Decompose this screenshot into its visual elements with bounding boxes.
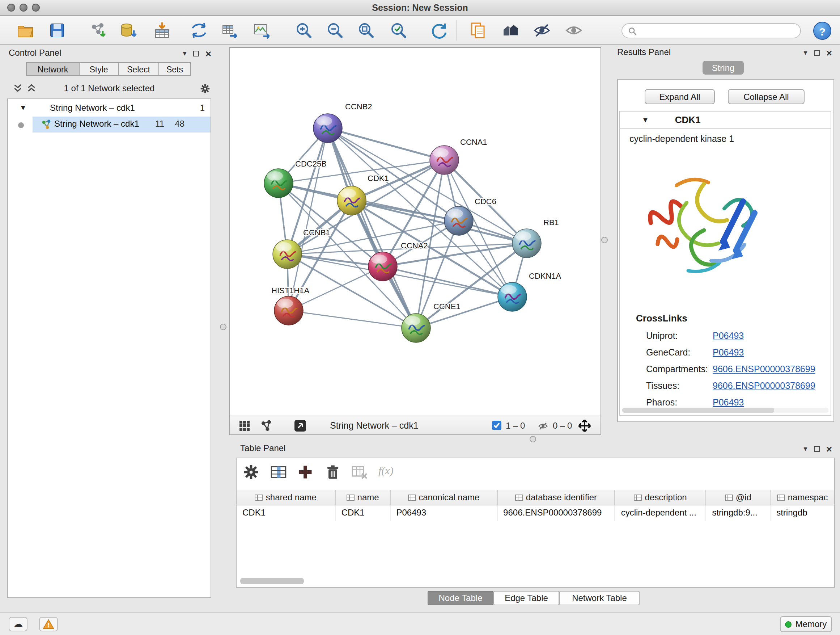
- delete-table-icon[interactable]: [351, 463, 368, 481]
- collapse-all-button[interactable]: Collapse All: [728, 89, 805, 104]
- search-input[interactable]: [640, 25, 800, 36]
- table-cell[interactable]: cyclin-dependent ...: [615, 505, 706, 521]
- help-button[interactable]: ?: [813, 22, 831, 40]
- open-in-new-window-icon[interactable]: [294, 419, 307, 432]
- results-panel-float-icon[interactable]: [814, 50, 820, 56]
- hidden-eye-slash-icon[interactable]: [537, 421, 549, 432]
- scrollbar-thumb[interactable]: [622, 408, 774, 413]
- network-node-ccna1[interactable]: CCNA1: [430, 138, 487, 174]
- crosslink-link[interactable]: P06493: [713, 347, 744, 357]
- open-session-button[interactable]: [16, 21, 35, 40]
- table-row[interactable]: CDK1 CDK1 P06493 9606.ENSP00000378699 cy…: [237, 505, 834, 521]
- splitter-grip-bottom[interactable]: [530, 436, 536, 442]
- memory-button[interactable]: Memory: [780, 616, 832, 632]
- table-cell[interactable]: 9606.ENSP00000378699: [497, 505, 615, 521]
- results-panel-close-icon[interactable]: ×: [826, 49, 832, 57]
- network-node-cdc6[interactable]: CDC6: [444, 197, 496, 235]
- status-bar: ☁ Memory: [0, 612, 840, 635]
- column-header[interactable]: shared name: [237, 490, 336, 505]
- network-icon[interactable]: [261, 420, 272, 432]
- table-panel-menu-icon[interactable]: ▾: [804, 445, 807, 453]
- table-cell[interactable]: CDK1: [336, 505, 391, 521]
- import-table-button[interactable]: [153, 21, 172, 40]
- network-row-highlight[interactable]: String Network – cdk1 11 48: [33, 117, 210, 133]
- table-import-icon: [153, 21, 172, 40]
- network-node-hist1h1a[interactable]: HIST1H1A: [271, 286, 309, 325]
- crosslink-link[interactable]: P06493: [713, 397, 744, 407]
- control-panel-float-icon[interactable]: [193, 51, 199, 57]
- splitter-grip-left[interactable]: [220, 324, 226, 330]
- results-tab-string[interactable]: String: [703, 61, 744, 74]
- splitter-grip-right[interactable]: [601, 237, 608, 243]
- crosslink-link[interactable]: 9606.ENSP00000378699: [713, 380, 815, 391]
- network-collection-row[interactable]: ▼ String Network – cdk1 1: [8, 101, 210, 117]
- crosslink-link[interactable]: P06493: [713, 331, 744, 340]
- delete-column-trash-icon[interactable]: [324, 463, 341, 481]
- copy-document-button[interactable]: [469, 21, 488, 40]
- disclosure-triangle-icon[interactable]: ▼: [19, 103, 27, 111]
- birds-eye-view-icon[interactable]: [239, 420, 250, 432]
- export-table-button[interactable]: [221, 21, 240, 40]
- cloud-status-button[interactable]: ☁: [9, 617, 27, 631]
- results-horizontal-scrollbar[interactable]: [622, 408, 829, 413]
- column-header[interactable]: canonical name: [390, 490, 497, 505]
- column-header-icon: [515, 494, 523, 501]
- tab-sets[interactable]: Sets: [158, 62, 191, 76]
- first-neighbors-button[interactable]: [501, 21, 520, 40]
- network-canvas[interactable]: CCNB2CCNA1CDC25BCDK1CDC6RB1CCNB1CCNA2CDK…: [230, 48, 600, 416]
- network-edge-count: 48: [175, 119, 185, 129]
- control-panel-menu-icon[interactable]: ▾: [183, 50, 187, 57]
- new-network-from-selection-button[interactable]: [189, 21, 208, 40]
- pan-move-icon[interactable]: [577, 418, 592, 433]
- zoom-out-button[interactable]: [325, 21, 344, 40]
- zoom-selected-button[interactable]: [389, 21, 408, 40]
- table-panel-float-icon[interactable]: [814, 446, 820, 452]
- tab-network-table[interactable]: Network Table: [559, 591, 639, 605]
- save-session-button[interactable]: [48, 21, 66, 40]
- column-header[interactable]: name: [336, 490, 391, 505]
- table-cell[interactable]: stringdb:9...: [706, 505, 771, 521]
- warnings-button[interactable]: [39, 617, 58, 631]
- tab-style[interactable]: Style: [79, 62, 118, 76]
- function-builder-icon[interactable]: f(x): [378, 465, 393, 477]
- column-header[interactable]: @id: [706, 490, 771, 505]
- network-options-gear-icon[interactable]: [200, 83, 210, 96]
- refresh-view-button[interactable]: [430, 21, 448, 40]
- tab-node-table[interactable]: Node Table: [428, 591, 493, 605]
- column-header[interactable]: description: [615, 490, 706, 505]
- import-network-file-button[interactable]: [88, 21, 107, 40]
- table-cell[interactable]: CDK1: [237, 505, 336, 521]
- column-header[interactable]: namespac: [771, 490, 834, 505]
- table-cell[interactable]: stringdb: [771, 505, 834, 521]
- zoom-in-button[interactable]: [294, 21, 313, 40]
- import-network-database-button[interactable]: [118, 21, 137, 40]
- tab-edge-table[interactable]: Edge Table: [493, 591, 559, 605]
- table-options-gear-icon[interactable]: [242, 463, 260, 481]
- table-horizontal-scrollbar[interactable]: [239, 578, 831, 584]
- tab-network[interactable]: Network: [26, 62, 80, 76]
- zoom-selected-icon: [389, 21, 408, 40]
- zoom-fit-button[interactable]: [357, 21, 376, 40]
- selected-checkbox-icon[interactable]: [492, 421, 501, 430]
- network-node-cdkn1a[interactable]: CDKN1A: [498, 272, 561, 311]
- table-cell[interactable]: P06493: [390, 505, 497, 521]
- gene-section-header[interactable]: ▼ CDK1: [620, 111, 831, 129]
- network-row[interactable]: String Network – cdk1 11 48: [8, 117, 210, 133]
- gene-disclosure-icon[interactable]: ▼: [642, 116, 649, 124]
- scrollbar-thumb[interactable]: [240, 578, 304, 584]
- network-node-ccne1[interactable]: CCNE1: [401, 302, 461, 342]
- network-node-rb1[interactable]: RB1: [512, 218, 559, 258]
- create-column-plus-icon[interactable]: [297, 463, 314, 481]
- search-box[interactable]: [622, 23, 801, 38]
- expand-all-button[interactable]: Expand All: [645, 89, 715, 104]
- hide-selected-button[interactable]: [532, 21, 551, 40]
- show-all-button[interactable]: [564, 21, 583, 40]
- show-columns-icon[interactable]: [270, 463, 287, 481]
- table-panel-close-icon[interactable]: ×: [826, 445, 832, 453]
- export-image-button[interactable]: [253, 21, 271, 40]
- tab-select[interactable]: Select: [118, 62, 159, 76]
- column-header[interactable]: database identifier: [497, 490, 615, 505]
- control-panel-close-icon[interactable]: ×: [205, 49, 211, 58]
- crosslink-link[interactable]: 9606.ENSP00000378699: [713, 364, 815, 374]
- results-panel-menu-icon[interactable]: ▾: [804, 49, 807, 57]
